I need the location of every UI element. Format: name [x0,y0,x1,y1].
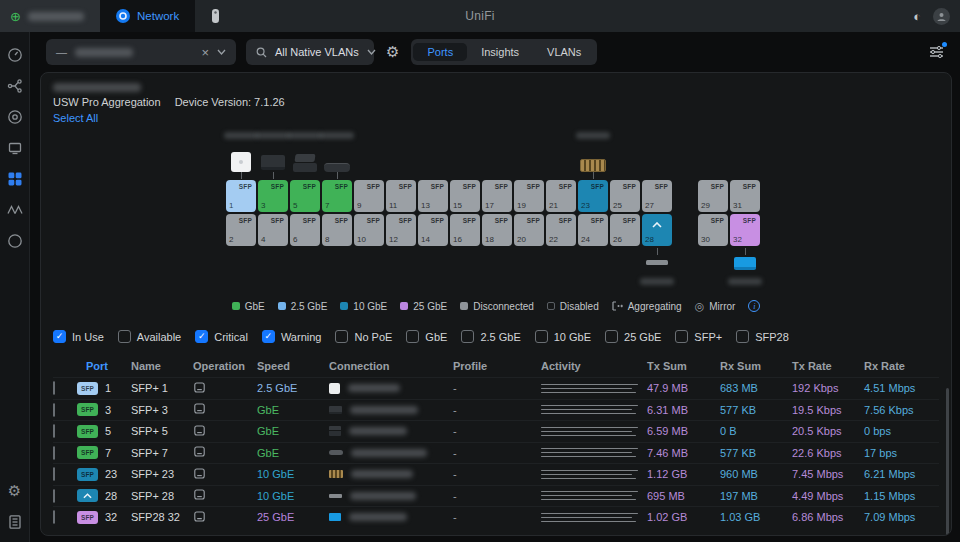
port-28[interactable]: 28 [642,214,672,246]
port-19[interactable]: SFP19 [514,180,544,212]
sidebar-item-settings[interactable]: ⚙ [6,482,23,499]
col-header-operation[interactable]: Operation [193,360,257,372]
filter-critical[interactable]: ✓Critical [195,330,248,343]
checkbox[interactable] [675,330,688,343]
theme-toggle-icon[interactable]: ◐ [913,9,921,24]
table-row-port-23[interactable]: SFP23SFP+ 2310 GbE-1.12 GB960 MB7.45 Mbp… [53,463,939,485]
sidebar-item-unifi-devices[interactable] [6,108,23,125]
col-header-rx-rate[interactable]: Rx Rate [864,360,939,372]
clear-icon[interactable]: × [201,45,209,60]
tab-vlans[interactable]: VLANs [533,43,595,61]
port-9[interactable]: SFP9 [354,180,384,212]
user-avatar[interactable] [933,8,950,25]
filter-available[interactable]: Available [118,330,181,343]
table-row-port-7[interactable]: SFP7SFP+ 7GbE-7.46 MB577 KB22.6 Kbps17 b… [53,442,939,464]
tab-device-app[interactable] [195,0,236,32]
col-header-tx-rate[interactable]: Tx Rate [792,360,864,372]
checkbox[interactable] [535,330,548,343]
port-15[interactable]: SFP15 [450,180,480,212]
port-24[interactable]: SFP24 [578,214,608,246]
access-point-device-icon[interactable] [231,152,251,172]
row-checkbox[interactable] [53,510,55,524]
checkbox[interactable]: ✓ [53,330,66,343]
filter-options-icon[interactable] [926,43,946,61]
sidebar-item-system-log[interactable] [6,513,23,530]
blue-device-device-icon[interactable] [734,257,756,270]
col-header-speed[interactable]: Speed [257,360,329,372]
table-row-port-5[interactable]: SFP5SFP+ 5GbE-6.59 MB0 B20.5 Kbps0 bps [53,420,939,442]
filter-in-use[interactable]: ✓In Use [53,330,104,343]
port-2[interactable]: SFP2 [226,214,256,246]
port-21[interactable]: SFP21 [546,180,576,212]
operation-device-icon[interactable] [193,510,257,525]
operation-device-icon[interactable] [193,445,257,460]
port-1[interactable]: SFP1 [226,180,256,212]
row-checkbox[interactable] [53,446,55,460]
filter-gbe[interactable]: GbE [406,330,447,343]
checkbox[interactable] [605,330,618,343]
port-26[interactable]: SFP26 [610,214,640,246]
port-16[interactable]: SFP16 [450,214,480,246]
port-13[interactable]: SFP13 [418,180,448,212]
port-20[interactable]: SFP20 [514,214,544,246]
filter-25-gbe[interactable]: 25 GbE [605,330,661,343]
sidebar-item-clients[interactable] [6,139,23,156]
table-row-port-28[interactable]: 28SFP+ 2810 GbE-695 MB197 MB4.49 Mbps1.1… [53,485,939,507]
port-10[interactable]: SFP10 [354,214,384,246]
port-22[interactable]: SFP22 [546,214,576,246]
tab-insights[interactable]: Insights [467,43,533,61]
row-checkbox[interactable] [53,381,55,395]
table-row-port-1[interactable]: SFP1SFP+ 12.5 GbE-47.9 MB683 MB192 Kbps4… [53,377,939,399]
port-4[interactable]: SFP4 [258,214,288,246]
port-27[interactable]: SFP27 [642,180,672,212]
operation-device-icon[interactable] [193,402,257,417]
settings-gear-icon[interactable]: ⚙ [386,43,399,61]
col-header-activity[interactable]: Activity [541,360,647,372]
col-header-tx-sum[interactable]: Tx Sum [647,360,720,372]
port-3[interactable]: SFP3 [258,180,288,212]
table-row-port-3[interactable]: SFP3SFP+ 3GbE-6.31 MB577 KB19.5 Kbps7.56… [53,399,939,421]
sidebar-item-topology[interactable] [6,77,23,94]
port-18[interactable]: SFP18 [482,214,512,246]
filter-2-5-gbe[interactable]: 2.5 GbE [461,330,520,343]
sidebar-item-ports[interactable] [6,170,23,187]
port-14[interactable]: SFP14 [418,214,448,246]
checkbox[interactable] [736,330,749,343]
filter-sfp28[interactable]: SFP28 [736,330,789,343]
sidebar-item-radios[interactable] [6,201,23,218]
strip-device-device-icon[interactable] [646,260,668,265]
operation-device-icon[interactable] [193,488,257,503]
checkbox[interactable] [335,330,348,343]
port-17[interactable]: SFP17 [482,180,512,212]
info-icon[interactable]: i [748,300,760,312]
col-header-name[interactable]: Name [131,360,193,372]
sidebar-item-dashboard[interactable] [6,46,23,63]
operation-device-icon[interactable] [193,424,257,439]
tab-network-app[interactable]: Network [100,0,195,32]
col-header-rx-sum[interactable]: Rx Sum [720,360,792,372]
port-12[interactable]: SFP12 [386,214,416,246]
filter-warning[interactable]: ✓Warning [262,330,322,343]
port-7[interactable]: SFP7 [322,180,352,212]
patch-panel-device-icon[interactable] [580,159,606,172]
port-32[interactable]: SFP32 [730,214,760,246]
port-30[interactable]: SFP30 [698,214,728,246]
checkbox[interactable] [461,330,474,343]
sidebar-item-insights[interactable] [6,232,23,249]
operation-device-icon[interactable] [193,467,257,482]
vlan-filter-select[interactable]: All Native VLANs [246,39,374,65]
col-header-connection[interactable]: Connection [329,360,453,372]
media-player-device-icon[interactable] [324,163,350,172]
checkbox[interactable] [406,330,419,343]
checkbox[interactable]: ✓ [262,330,275,343]
filter-10-gbe[interactable]: 10 GbE [535,330,591,343]
scrollbar-thumb[interactable] [946,388,949,536]
filter-sfp-[interactable]: SFP+ [675,330,722,343]
display-device-icon[interactable] [261,155,285,170]
port-29[interactable]: SFP29 [698,180,728,212]
select-all-link[interactable]: Select All [53,112,98,124]
port-5[interactable]: SFP5 [290,180,320,212]
port-8[interactable]: SFP8 [322,214,352,246]
col-header-port[interactable]: Port [77,360,131,372]
stack-device-icon[interactable] [293,154,317,172]
